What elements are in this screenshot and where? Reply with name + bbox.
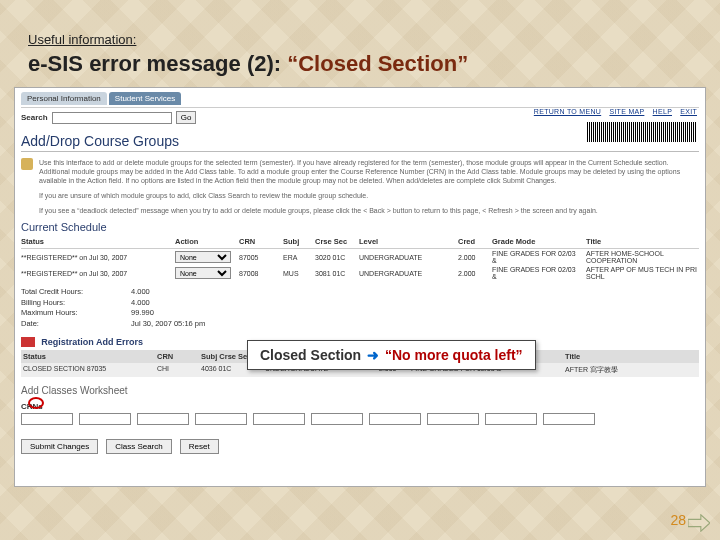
total-credit-hours-label: Total Credit Hours: [21, 287, 131, 298]
crn-input[interactable] [195, 413, 247, 425]
slide-page-number: 28 [670, 512, 686, 528]
crn-input[interactable] [311, 413, 363, 425]
arrow-right-icon: ➜ [367, 347, 379, 363]
col-title: Title [586, 237, 699, 246]
current-schedule-header: Current Schedule [21, 221, 699, 233]
top-nav: RETURN TO MENU SITE MAP HELP EXIT [528, 108, 697, 115]
registration-errors-header: Registration Add Errors [41, 337, 143, 347]
cell-grade: FINE GRADES FOR 02/03 & [492, 266, 582, 280]
col-crse: Crse Sec [315, 237, 355, 246]
barcode-graphic [587, 122, 697, 142]
date-value: Jul 30, 2007 05:16 pm [131, 319, 205, 328]
reset-button[interactable]: Reset [180, 439, 219, 454]
submit-changes-button[interactable]: Submit Changes [21, 439, 98, 454]
crn-input[interactable] [427, 413, 479, 425]
billing-hours: 4.000 [131, 298, 150, 307]
slide-title-quoted: “Closed Section” [287, 51, 468, 76]
err-col-title: Title [565, 352, 697, 361]
err-cell-status: CLOSED SECTION 87035 [23, 365, 153, 375]
schedule-row: **REGISTERED** on Jul 30, 2007 None 8700… [21, 249, 699, 265]
link-return-menu[interactable]: RETURN TO MENU [534, 108, 601, 115]
cell-level: UNDERGRADUATE [359, 270, 454, 277]
cell-subj: MUS [283, 270, 311, 277]
explanation-callout: Closed Section ➜ “No more quota left” [247, 340, 536, 370]
link-site-map[interactable]: SITE MAP [609, 108, 644, 115]
cell-crn: 87008 [239, 270, 279, 277]
err-col-crn: CRN [157, 352, 197, 361]
info-icon [21, 158, 33, 170]
go-button[interactable]: Go [176, 111, 197, 124]
maximum-hours: 99.990 [131, 308, 154, 317]
callout-left: Closed Section [260, 347, 361, 363]
cell-crse: 3081 01C [315, 270, 355, 277]
slide-subtitle: Useful information: [28, 32, 692, 47]
highlight-circle-icon [28, 397, 44, 409]
cell-crn: 87005 [239, 254, 279, 261]
billing-hours-label: Billing Hours: [21, 298, 131, 309]
maximum-hours-label: Maximum Hours: [21, 308, 131, 319]
search-label: Search [21, 113, 48, 122]
crns-label: CRNs [21, 402, 699, 411]
embedded-screenshot: Personal Information Student Services Se… [14, 87, 706, 487]
col-level: Level [359, 237, 454, 246]
col-grade: Grade Mode [492, 237, 582, 246]
link-help[interactable]: HELP [653, 108, 672, 115]
search-input[interactable] [52, 112, 172, 124]
cell-level: UNDERGRADUATE [359, 254, 454, 261]
cell-status: **REGISTERED** on Jul 30, 2007 [21, 254, 171, 261]
callout-right: “No more quota left” [385, 347, 523, 363]
cell-title: AFTER HOME-SCHOOL COOPERATION [586, 250, 699, 264]
worksheet-header: Add Classes Worksheet [21, 385, 699, 396]
slide-title: e-SIS error message (2): “Closed Section… [28, 51, 692, 77]
crn-input[interactable] [485, 413, 537, 425]
err-cell-crn: CHI [157, 365, 197, 375]
crn-input[interactable] [253, 413, 305, 425]
cell-crse: 3020 01C [315, 254, 355, 261]
cell-status: **REGISTERED** on Jul 30, 2007 [21, 270, 171, 277]
col-cred: Cred [458, 237, 488, 246]
slide-title-prefix: e-SIS error message (2): [28, 51, 287, 76]
crn-input[interactable] [79, 413, 131, 425]
col-subj: Subj [283, 237, 311, 246]
crn-input[interactable] [369, 413, 421, 425]
action-select[interactable]: None [175, 267, 231, 279]
cell-cred: 2.000 [458, 270, 488, 277]
next-slide-arrow-icon[interactable] [688, 514, 710, 532]
info-paragraph-1: Use this interface to add or delete modu… [39, 158, 699, 185]
class-search-button[interactable]: Class Search [106, 439, 172, 454]
date-label: Date: [21, 319, 131, 330]
crn-input[interactable] [137, 413, 189, 425]
err-col-status: Status [23, 352, 153, 361]
tab-student-services[interactable]: Student Services [109, 92, 181, 105]
total-credit-hours: 4.000 [131, 287, 150, 296]
totals-block: Total Credit Hours:4.000 Billing Hours:4… [21, 287, 699, 329]
cell-subj: ERA [283, 254, 311, 261]
tab-personal-info[interactable]: Personal Information [21, 92, 107, 105]
crn-input[interactable] [543, 413, 595, 425]
action-select[interactable]: None [175, 251, 231, 263]
col-status: Status [21, 237, 171, 246]
col-action: Action [175, 237, 235, 246]
info-paragraph-3: If you see a “deadlock detected” message… [39, 206, 598, 215]
cell-cred: 2.000 [458, 254, 488, 261]
schedule-table-header: Status Action CRN Subj Crse Sec Level Cr… [21, 237, 699, 249]
link-exit[interactable]: EXIT [680, 108, 697, 115]
cell-grade: FINE GRADES FOR 02/03 & [492, 250, 582, 264]
col-crn: CRN [239, 237, 279, 246]
err-cell-title: AFTER 寫字教學 [565, 365, 697, 375]
error-flag-icon [21, 337, 35, 347]
crn-input[interactable] [21, 413, 73, 425]
crn-input-row [21, 413, 699, 425]
info-paragraph-2: If you are unsure of which module groups… [39, 191, 368, 200]
cell-title: AFTER APP OF MUS TECH IN PRI SCHL [586, 266, 699, 280]
schedule-row: **REGISTERED** on Jul 30, 2007 None 8700… [21, 265, 699, 281]
